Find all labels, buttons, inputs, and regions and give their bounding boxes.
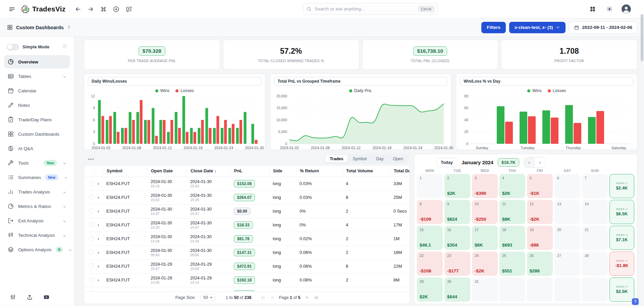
drag-handle-icon[interactable]: [89, 250, 94, 255]
row-expand-icon[interactable]: ›: [94, 209, 103, 214]
breadcrumb[interactable]: Custom Dashboards: [7, 24, 71, 31]
first-page-button[interactable]: |<: [261, 295, 266, 300]
table-row[interactable]: › ESH24.FUT 2024-01-29 2024-01-29 $276.2…: [84, 287, 410, 292]
calendar-day[interactable]: 15$46.1: [417, 226, 443, 250]
calendar-day[interactable]: 30$644: [444, 277, 470, 302]
legend-item-wins[interactable]: Wins: [155, 88, 170, 93]
tab-symbol[interactable]: Symbol: [348, 155, 371, 163]
calendar-day[interactable]: 11$8K: [499, 200, 525, 224]
search-bar[interactable]: Ctrl+K: [303, 3, 438, 15]
calendar-day[interactable]: 7: [582, 174, 608, 198]
gear-icon[interactable]: [62, 43, 67, 50]
calendar-day[interactable]: 8-$109: [417, 200, 443, 224]
calendar-day[interactable]: 21: [582, 226, 608, 250]
sidebar-item-summaries[interactable]: Summaries New: [4, 171, 70, 184]
drag-handle-icon[interactable]: [89, 181, 94, 186]
sliders-icon[interactable]: [9, 293, 17, 301]
prev-month-button[interactable]: ‹: [524, 158, 535, 167]
calendar-day[interactable]: 13: [554, 200, 580, 224]
youtube-icon[interactable]: [42, 293, 50, 301]
calendar-day[interactable]: 20: [554, 226, 580, 250]
calendar-day[interactable]: 18$693: [499, 226, 525, 250]
calendar-day[interactable]: 9$824: [444, 200, 470, 224]
calendar-day[interactable]: 6: [554, 174, 580, 198]
calendar-day[interactable]: 10-$250: [472, 200, 498, 224]
calendar-day[interactable]: 28: [582, 252, 608, 276]
calendar-day[interactable]: 31: [472, 277, 498, 302]
row-expand-icon[interactable]: ›: [94, 236, 103, 241]
drag-handle-icon[interactable]: [89, 208, 94, 213]
table-row[interactable]: › ESH24.FUT 2024-01-3014:29 2024-01-3014…: [84, 232, 410, 246]
tab-day[interactable]: Day: [372, 155, 388, 163]
drag-handle-icon[interactable]: [89, 277, 94, 282]
sidebar-item-notes[interactable]: Notes: [4, 98, 70, 112]
next-page-button[interactable]: >: [305, 295, 309, 300]
sidebar-item-trades-analysis[interactable]: Trades Analysis: [4, 185, 70, 199]
apps-grid-icon[interactable]: [588, 4, 598, 14]
table-row[interactable]: › ESH24.FUT 2024-01-2914:06 2024-01-2914…: [84, 273, 410, 287]
date-range-picker[interactable]: 2022-09-11 - 2024-02-06: [569, 21, 637, 34]
search-input[interactable]: [314, 6, 416, 12]
sidebar-item-options-analysis[interactable]: Options Analysis N: [4, 243, 70, 256]
calendar-day[interactable]: 3-$390: [472, 174, 498, 198]
forward-icon[interactable]: [86, 4, 96, 14]
calendar-day[interactable]: 2$2K: [444, 174, 470, 198]
table-row[interactable]: › ESH24.FUT 2024-01-2915:37 2024-01-2915…: [84, 260, 410, 273]
row-expand-icon[interactable]: ›: [94, 264, 103, 269]
calendar-day[interactable]: 4$2K: [499, 174, 525, 198]
legend-item-daily-pnl[interactable]: Daily PnL: [349, 88, 372, 93]
col-side[interactable]: Side: [269, 168, 296, 174]
calendar-day[interactable]: 22-$108: [417, 252, 443, 276]
menu-icon[interactable]: [7, 4, 17, 14]
logo[interactable]: TradesViz: [21, 5, 65, 14]
next-month-button[interactable]: ›: [535, 158, 545, 167]
tab-trades[interactable]: Trades: [325, 155, 347, 163]
col-volume[interactable]: Total Volume: [342, 168, 390, 174]
page-size-select[interactable]: 50: [200, 294, 216, 301]
legend-item-losses[interactable]: Losses: [175, 88, 194, 93]
sidebar-item-calendar[interactable]: Calendar: [4, 84, 70, 97]
calendar-day[interactable]: 1: [417, 174, 443, 198]
filters-button[interactable]: Filters: [481, 22, 506, 33]
calendar-day[interactable]: 17$6K: [472, 226, 498, 250]
table-row[interactable]: › ESH24.FUT 2024-01-3015:10 2024-01-3015…: [84, 177, 410, 191]
sort-toggle-icon[interactable]: [67, 25, 71, 31]
upload-icon[interactable]: [25, 293, 34, 301]
col-close-date[interactable]: Close Date ↓: [187, 168, 230, 174]
row-expand-icon[interactable]: ›: [94, 181, 103, 186]
calendar-day[interactable]: 14: [582, 200, 608, 224]
sidebar-item-custom-dashboards[interactable]: Custom Dashboards: [4, 127, 70, 141]
row-expand-icon[interactable]: ›: [94, 222, 103, 227]
command-icon[interactable]: [98, 4, 108, 14]
calendar-day[interactable]: 19-$98: [527, 226, 553, 250]
sidebar-item-metrics-ratios[interactable]: Metrics & Ratios: [4, 200, 70, 213]
table-menu-icon[interactable]: •••: [86, 156, 96, 162]
legend-item-losses[interactable]: Losses: [548, 88, 566, 93]
calendar-day[interactable]: 26$286: [527, 252, 553, 276]
row-expand-icon[interactable]: ›: [94, 277, 103, 282]
dashboard-select[interactable]: x-clean-test, x- (3): [509, 22, 566, 33]
help-button[interactable]: ?: [632, 298, 639, 305]
calendar-day[interactable]: 24-$2K: [472, 252, 498, 276]
calendar-day[interactable]: 27: [554, 252, 580, 276]
col-return[interactable]: % Return: [296, 168, 342, 174]
col-duration[interactable]: Total Duration: [390, 168, 410, 174]
sidebar-item-ai-q-a[interactable]: AI Q&A: [4, 142, 70, 155]
ai-chat-icon[interactable]: AI: [124, 4, 134, 14]
drag-handle-icon[interactable]: [89, 263, 94, 268]
drag-handle-icon[interactable]: [89, 236, 94, 241]
col-open-date[interactable]: Open Date: [147, 168, 187, 174]
col-pnl[interactable]: PnL: [230, 168, 269, 174]
drag-handle-icon[interactable]: [89, 222, 94, 227]
table-row[interactable]: › ESH24.FUT 2024-01-3015:03 2024-01-3015…: [84, 191, 410, 205]
calendar-day[interactable]: 25$551: [499, 252, 525, 276]
calendar-day[interactable]: 29$2K: [417, 277, 443, 302]
calendar-day[interactable]: 16$354: [444, 226, 470, 250]
simple-mode-toggle[interactable]: [7, 44, 19, 50]
sidebar-item-technical-analysis[interactable]: Technical Analysis: [4, 228, 70, 242]
tab-open[interactable]: Open: [388, 155, 408, 163]
drag-handle-icon[interactable]: [89, 194, 94, 200]
legend-item-wins[interactable]: Wins: [527, 88, 542, 93]
col-symbol[interactable]: Symbol: [103, 168, 147, 174]
table-row[interactable]: › ESH24.FUT 2024-01-3014:47 2024-01-3014…: [84, 205, 410, 218]
